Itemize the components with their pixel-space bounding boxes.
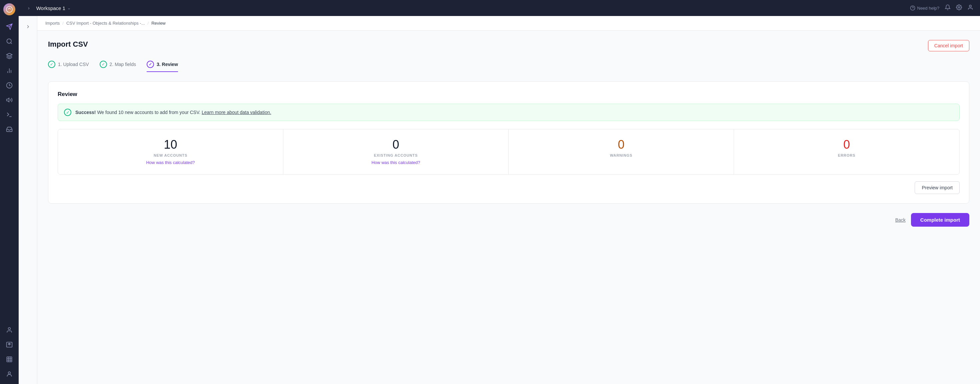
step-2-check-icon: ✓	[100, 61, 107, 68]
step-3-label: 3. Review	[157, 62, 178, 67]
step-upload-csv[interactable]: ✓ 1. Upload CSV	[48, 61, 89, 72]
success-text: Success! We found 10 new accounts to add…	[75, 110, 271, 115]
stats-grid: 10 NEW ACCOUNTS How was this calculated?…	[58, 129, 960, 175]
success-check-icon: ✓	[64, 109, 72, 116]
svg-point-9	[8, 328, 11, 330]
bottom-action-row: Back Complete import	[48, 213, 969, 227]
step-2-label: 2. Map fields	[110, 62, 136, 67]
nav-building-icon[interactable]	[3, 353, 16, 366]
svg-point-16	[958, 6, 960, 8]
new-accounts-link[interactable]: How was this calculated?	[65, 160, 276, 165]
sidebar-toggle[interactable]: ›	[25, 3, 32, 13]
stat-new-accounts: 10 NEW ACCOUNTS How was this calculated?	[58, 129, 283, 174]
existing-accounts-label: EXISTING ACCOUNTS	[290, 153, 502, 157]
nav-layers-icon[interactable]	[3, 49, 16, 63]
step-1-check-icon: ✓	[48, 61, 55, 68]
user-avatar-icon[interactable]	[967, 4, 973, 12]
sidebar-expand-icon[interactable]	[21, 20, 35, 33]
main-wrapper: › Workspace 1 ⌄ Need help?	[19, 0, 980, 384]
nav-inbox-icon[interactable]	[3, 123, 16, 136]
workspace-name-text: Workspace 1	[37, 5, 65, 11]
preview-action-row: Preview import	[58, 181, 960, 194]
nav-contact-icon[interactable]	[3, 338, 16, 351]
step-3-check-icon: ✓	[147, 61, 154, 68]
success-link[interactable]: Learn more about data validation.	[202, 110, 271, 115]
warnings-value: 0	[515, 139, 727, 151]
need-help-button[interactable]: Need help?	[910, 5, 940, 11]
nav-search-icon[interactable]	[3, 35, 16, 48]
stat-warnings: 0 WARNINGS	[509, 129, 734, 174]
need-help-text: Need help?	[917, 6, 940, 11]
dark-sidebar	[0, 0, 19, 384]
svg-point-13	[8, 372, 11, 374]
errors-label: ERRORS	[741, 153, 953, 157]
svg-marker-7	[7, 98, 10, 102]
topnav-left: › Workspace 1 ⌄	[25, 3, 71, 13]
cancel-import-button[interactable]: Cancel import	[928, 40, 969, 51]
nav-announce-icon[interactable]	[3, 93, 16, 107]
page-title: Import CSV	[48, 40, 88, 49]
breadcrumb-review: Review	[151, 21, 165, 25]
help-icon	[910, 5, 915, 11]
breadcrumb-csv-import[interactable]: CSV Import - Objects & Relationships -..…	[66, 21, 145, 25]
existing-accounts-link[interactable]: How was this calculated?	[290, 160, 502, 165]
page-content: Import CSV Cancel import ✓ 1. Upload CSV…	[37, 31, 980, 384]
svg-point-17	[969, 5, 971, 7]
svg-point-1	[7, 39, 11, 43]
new-accounts-value: 10	[65, 139, 276, 151]
stat-existing-accounts: 0 EXISTING ACCOUNTS How was this calcula…	[283, 129, 509, 174]
complete-import-button[interactable]: Complete import	[911, 213, 969, 227]
new-accounts-label: NEW ACCOUNTS	[65, 153, 276, 157]
topnav-right: Need help?	[910, 4, 974, 12]
step-review[interactable]: ✓ 3. Review	[147, 61, 178, 72]
svg-point-0	[6, 6, 12, 12]
breadcrumb-sep-1: /	[62, 21, 64, 25]
step-1-label: 1. Upload CSV	[58, 62, 89, 67]
svg-point-11	[9, 344, 10, 345]
review-card-title: Review	[58, 91, 960, 98]
nav-bar-chart-icon[interactable]	[3, 64, 16, 77]
breadcrumb-imports[interactable]: Imports	[45, 21, 60, 25]
success-banner: ✓ Success! We found 10 new accounts to a…	[58, 104, 960, 121]
nav-timeline-icon[interactable]	[3, 79, 16, 92]
breadcrumb-sep-2: /	[148, 21, 149, 25]
nav-terminal-icon[interactable]	[3, 108, 16, 121]
review-card: Review ✓ Success! We found 10 new accoun…	[48, 81, 969, 204]
preview-import-button[interactable]: Preview import	[915, 181, 960, 194]
warnings-label: WARNINGS	[515, 153, 727, 157]
breadcrumb: Imports / CSV Import - Objects & Relatio…	[37, 16, 980, 31]
stepper: ✓ 1. Upload CSV ✓ 2. Map fields ✓ 3. Rev…	[48, 61, 969, 72]
settings-icon[interactable]	[956, 4, 962, 12]
workspace-chevron-icon: ⌄	[67, 6, 71, 10]
left-sidebar	[19, 16, 37, 384]
notifications-icon[interactable]	[945, 4, 951, 12]
nav-send-icon[interactable]	[3, 20, 16, 33]
existing-accounts-value: 0	[290, 139, 502, 151]
page-header: Import CSV Cancel import	[48, 40, 969, 51]
svg-marker-2	[7, 53, 12, 56]
stat-errors: 0 ERRORS	[734, 129, 959, 174]
nav-user-settings-icon[interactable]	[3, 367, 16, 381]
back-button[interactable]: Back	[895, 217, 906, 223]
nav-person-icon[interactable]	[3, 323, 16, 337]
svg-rect-12	[7, 357, 12, 362]
content-area: Imports / CSV Import - Objects & Relatio…	[37, 16, 980, 384]
workspace-selector[interactable]: Workspace 1 ⌄	[37, 5, 71, 11]
errors-value: 0	[741, 139, 953, 151]
success-message: We found 10 new accounts to add from you…	[97, 110, 200, 115]
top-navigation: › Workspace 1 ⌄ Need help?	[19, 0, 980, 16]
app-logo[interactable]	[3, 3, 15, 15]
step-map-fields[interactable]: ✓ 2. Map fields	[100, 61, 136, 72]
